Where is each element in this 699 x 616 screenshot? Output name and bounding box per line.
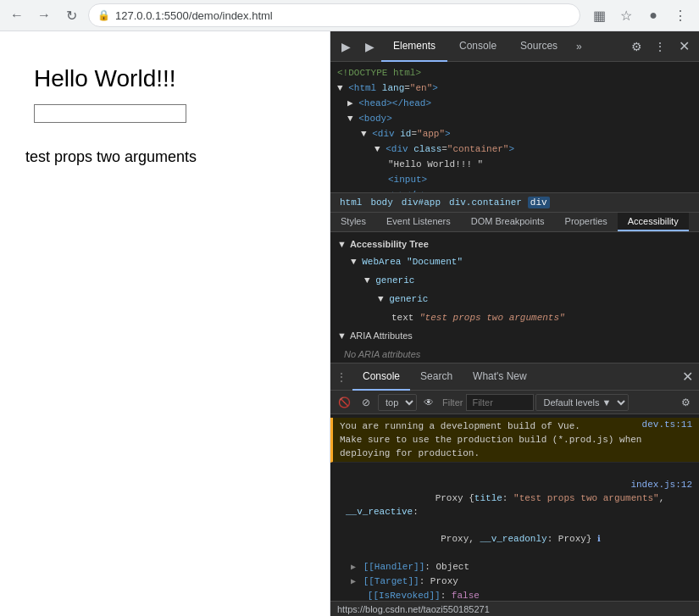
console-level-select[interactable]: Default levels ▼ [535, 394, 629, 411]
browser-chrome: ← → ↻ 🔒 127.0.0.1:5500/demo/index.html ▦… [0, 0, 699, 31]
breadcrumb-div-active[interactable]: div [528, 197, 550, 208]
page-body-text: test props two arguments [25, 148, 313, 166]
tab-styles[interactable]: Styles [330, 213, 376, 231]
page-content: Hello World!!! test props two arguments [0, 31, 330, 616]
console-tabs-row: ⋮ Console Search What's New ✕ [330, 363, 699, 391]
console-context-select[interactable]: top [378, 394, 417, 411]
lock-icon: 🔒 [97, 9, 110, 21]
tab-sources[interactable]: Sources [508, 31, 569, 62]
console-settings-button[interactable]: ⚙ [675, 392, 696, 413]
devtools-inspect-button[interactable]: ▶ [334, 35, 358, 58]
console-drag-icon: ⋮ [330, 370, 352, 384]
tab-more-button[interactable]: » [569, 31, 589, 62]
tree-line-html[interactable]: ▼ <html lang="en"> [330, 80, 699, 96]
status-bar: https://blog.csdn.net/taozi550185271 [330, 601, 699, 616]
page-title: Hello World!!! [34, 65, 313, 92]
console-message-proxy: index.js:12 Proxy {title: "test props tw… [330, 463, 699, 601]
info-icon[interactable]: ℹ [597, 535, 601, 544]
tab-elements[interactable]: Elements [381, 31, 447, 62]
devtools-close-button[interactable]: ✕ [672, 35, 696, 58]
tab-event-listeners[interactable]: Event Listeners [376, 213, 461, 231]
tree-line-input[interactable]: <input> [330, 172, 699, 187]
aria-attributes-header: ▼ ARIA Attributes [330, 327, 699, 344]
console-eye-button[interactable]: 👁 [419, 392, 439, 413]
devtools-tabs: Elements Console Sources » [381, 31, 624, 62]
console-filter-label: Filter [441, 397, 464, 408]
acc-generic-2[interactable]: ▼ generic [330, 290, 699, 308]
tree-line-text-hello: "Hello World!!! " [330, 157, 699, 172]
console-clear-button[interactable]: 🚫 [334, 392, 354, 413]
tab-properties[interactable]: Properties [555, 213, 618, 231]
console-close-button[interactable]: ✕ [675, 365, 699, 389]
devtools-device-button[interactable]: ▶ [358, 35, 381, 58]
accessibility-panel: ▼ Accessibility Tree ▼ WebArea "Document… [330, 232, 699, 363]
tree-line-div-app[interactable]: ▼ <div id="app"> [330, 126, 699, 142]
tree-line-doctype: <!DOCTYPE html> [330, 65, 699, 80]
tab-dom-breakpoints[interactable]: DOM Breakpoints [461, 213, 555, 231]
breadcrumb-html[interactable]: html [337, 197, 364, 208]
devtools-settings-button[interactable]: ⚙ [624, 35, 648, 58]
expand-handler[interactable]: ▶ [351, 563, 356, 572]
extensions-button[interactable]: ▦ [587, 3, 611, 27]
no-aria-text: No ARIA attributes [330, 344, 699, 363]
title-bar: ← → ↻ 🔒 127.0.0.1:5500/demo/index.html ▦… [0, 0, 699, 31]
address-bar[interactable]: 🔒 127.0.0.1:5500/demo/index.html [88, 3, 580, 27]
breadcrumb-div-app[interactable]: div#app [399, 197, 443, 208]
console-filter-input[interactable] [466, 394, 534, 411]
status-url: https://blog.csdn.net/taozi550185271 [337, 604, 490, 614]
console-block-button[interactable]: ⊘ [356, 392, 376, 413]
console-tab-search[interactable]: Search [410, 363, 463, 391]
toolbar-icons: ▦ ☆ ● ⋮ [587, 3, 692, 27]
menu-button[interactable]: ⋮ [668, 3, 692, 27]
tree-line-head[interactable]: ▶ <head></head> [330, 96, 699, 111]
devtools-topbar: ▶ ▶ Elements Console Sources » ⚙ ⋮ ✕ [330, 31, 699, 62]
console-area: ⋮ Console Search What's New ✕ 🚫 ⊘ top 👁 … [330, 363, 699, 601]
elements-panel: <!DOCTYPE html> ▼ <html lang="en"> ▶ <he… [330, 62, 699, 363]
console-toolbar: 🚫 ⊘ top 👁 Filter Default levels ▼ ⚙ [330, 391, 699, 414]
devtools-more-button[interactable]: ⋮ [648, 35, 672, 58]
console-tab-console[interactable]: Console [352, 363, 410, 391]
tree-line-body[interactable]: ▼ <body> [330, 111, 699, 126]
tab-accessibility[interactable]: Accessibility [618, 213, 689, 231]
html-tree[interactable]: <!DOCTYPE html> ▼ <html lang="en"> ▶ <he… [330, 62, 699, 192]
accessibility-tree-header: ▼ Accessibility Tree [330, 236, 699, 253]
console-link-index12[interactable]: index.js:12 [630, 478, 692, 491]
panel-tabs-row: Styles Event Listeners DOM Breakpoints P… [330, 213, 699, 232]
address-text: 127.0.0.1:5500/demo/index.html [115, 9, 273, 22]
reload-button[interactable]: ↻ [61, 5, 81, 25]
acc-text-node: text "test props two arguments" [330, 308, 699, 327]
acc-web-area[interactable]: ▼ WebArea "Document" [330, 253, 699, 271]
breadcrumb-bar: html body div#app div.container div [330, 192, 699, 213]
main-area: Hello World!!! test props two arguments … [0, 31, 699, 616]
back-button[interactable]: ← [7, 5, 27, 25]
devtools-panel: ▶ ▶ Elements Console Sources » ⚙ ⋮ ✕ [330, 31, 699, 616]
bookmark-button[interactable]: ☆ [614, 3, 638, 27]
page-input[interactable] [34, 104, 186, 123]
breadcrumb-div-container[interactable]: div.container [447, 197, 524, 208]
profile-button[interactable]: ● [641, 3, 665, 27]
tree-line-div-container[interactable]: ▼ <div class="container"> [330, 142, 699, 157]
acc-generic-1[interactable]: ▼ generic [330, 271, 699, 290]
tab-console[interactable]: Console [447, 31, 508, 62]
expand-target[interactable]: ▶ [351, 577, 356, 586]
console-link-dev[interactable]: dev.ts:11 [642, 419, 692, 430]
breadcrumb-body[interactable]: body [368, 197, 395, 208]
console-message-warn: You are running a development build of V… [330, 418, 699, 463]
console-output[interactable]: You are running a development build of V… [330, 414, 699, 601]
forward-button[interactable]: → [34, 5, 54, 25]
console-tab-whats-new[interactable]: What's New [463, 363, 537, 391]
